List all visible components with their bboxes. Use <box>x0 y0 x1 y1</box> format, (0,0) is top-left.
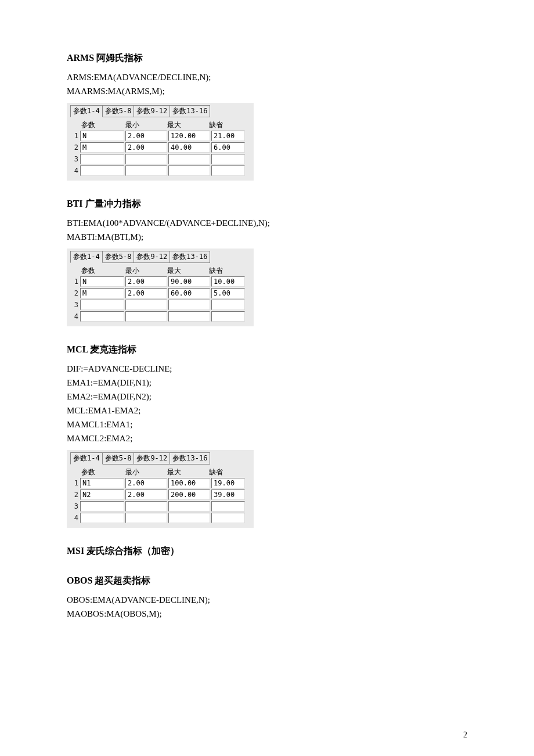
row-index: 2 <box>70 491 80 499</box>
col-header-def: 缺省 <box>209 467 241 477</box>
param-row: 1 N1 2.00 100.00 19.00 <box>70 478 250 488</box>
param-def-cell[interactable] <box>211 165 245 176</box>
tab-params-1-4[interactable]: 参数1-4 <box>70 452 103 465</box>
param-def-cell[interactable]: 19.00 <box>211 478 245 488</box>
section-obos: OBOS 超买超卖指标 OBOS:EMA(ADVANCE-DECLINE,N);… <box>67 575 467 621</box>
param-name-cell[interactable] <box>80 165 124 176</box>
param-min-cell[interactable]: 2.00 <box>125 131 167 141</box>
param-name-cell[interactable] <box>80 154 124 164</box>
tab-params-1-4[interactable]: 参数1-4 <box>70 105 103 117</box>
param-max-cell[interactable]: 120.00 <box>168 131 210 141</box>
param-min-cell[interactable]: 2.00 <box>125 276 167 287</box>
param-name-cell[interactable]: M <box>80 288 124 298</box>
param-def-cell[interactable]: 6.00 <box>211 142 245 153</box>
param-max-cell[interactable] <box>168 513 210 523</box>
param-min-cell[interactable] <box>125 311 167 322</box>
tab-row: 参数1-4 参数5-8 参数9-12 参数13-16 <box>70 452 250 464</box>
param-max-cell[interactable]: 40.00 <box>168 142 210 153</box>
col-header-min: 最小 <box>125 467 167 477</box>
param-min-cell[interactable] <box>125 300 167 310</box>
param-max-cell[interactable]: 100.00 <box>168 478 210 488</box>
param-max-cell[interactable]: 90.00 <box>168 276 210 287</box>
formula-line: OBOS:EMA(ADVANCE-DECLINE,N); <box>67 593 467 607</box>
param-name-cell[interactable] <box>80 311 124 322</box>
param-name-cell[interactable]: N2 <box>80 489 124 500</box>
section-msi: MSI 麦氏综合指标（加密） <box>67 545 467 557</box>
tab-params-5-8[interactable]: 参数5-8 <box>102 251 135 263</box>
param-def-cell[interactable]: 5.00 <box>211 288 245 298</box>
tab-params-13-16[interactable]: 参数13-16 <box>169 452 210 465</box>
tab-params-5-8[interactable]: 参数5-8 <box>102 452 135 465</box>
tab-params-13-16[interactable]: 参数13-16 <box>169 251 210 263</box>
param-min-cell[interactable]: 2.00 <box>125 489 167 500</box>
param-header: 参数 最小 最大 缺省 <box>70 265 250 276</box>
param-min-cell[interactable] <box>125 154 167 164</box>
param-def-cell[interactable]: 39.00 <box>211 489 245 500</box>
param-name-cell[interactable] <box>80 300 124 310</box>
row-index: 2 <box>70 289 80 297</box>
tab-params-5-8[interactable]: 参数5-8 <box>102 105 135 117</box>
param-min-cell[interactable] <box>125 165 167 176</box>
param-def-cell[interactable]: 21.00 <box>211 131 245 141</box>
param-def-cell[interactable] <box>211 300 245 310</box>
param-name-cell[interactable]: N <box>80 131 124 141</box>
formula-line: MAMCL2:EMA2; <box>67 431 467 445</box>
section-mcl: MCL 麦克连指标 DIF:=ADVANCE-DECLINE; EMA1:=EM… <box>67 344 467 528</box>
param-row: 1 N 2.00 120.00 21.00 <box>70 131 250 141</box>
formula-line: MAMCL1:EMA1; <box>67 417 467 431</box>
param-def-cell[interactable] <box>211 513 245 523</box>
param-max-cell[interactable] <box>168 165 210 176</box>
param-min-cell[interactable] <box>125 501 167 512</box>
param-box-bti: 参数1-4 参数5-8 参数9-12 参数13-16 参数 最小 最大 缺省 1… <box>67 249 254 326</box>
param-def-cell[interactable] <box>211 311 245 322</box>
col-header-min: 最小 <box>125 266 167 276</box>
param-name-cell[interactable] <box>80 501 124 512</box>
row-index: 3 <box>70 301 80 309</box>
section-arms: ARMS 阿姆氏指标 ARMS:EMA(ADVANCE/DECLINE,N); … <box>67 52 467 181</box>
tab-params-9-12[interactable]: 参数9-12 <box>134 452 170 465</box>
param-max-cell[interactable] <box>168 154 210 164</box>
formula-line: MABTI:MA(BTI,M); <box>67 230 467 244</box>
param-def-cell[interactable] <box>211 154 245 164</box>
param-row: 2 N2 2.00 200.00 39.00 <box>70 489 250 500</box>
formulas-bti: BTI:EMA(100*ADVANCE/(ADVANCE+DECLINE),N)… <box>67 216 467 244</box>
param-row: 4 <box>70 513 250 523</box>
param-name-cell[interactable]: N1 <box>80 478 124 488</box>
param-max-cell[interactable] <box>168 501 210 512</box>
tab-params-1-4[interactable]: 参数1-4 <box>70 251 103 263</box>
formulas-obos: OBOS:EMA(ADVANCE-DECLINE,N); MAOBOS:MA(O… <box>67 593 467 621</box>
tab-row: 参数1-4 参数5-8 参数9-12 参数13-16 <box>70 251 250 262</box>
param-max-cell[interactable] <box>168 300 210 310</box>
param-name-cell[interactable]: M <box>80 142 124 153</box>
param-box-mcl: 参数1-4 参数5-8 参数9-12 参数13-16 参数 最小 最大 缺省 1… <box>67 450 254 528</box>
formula-line: MAARMS:MA(ARMS,M); <box>67 84 467 98</box>
param-min-cell[interactable] <box>125 513 167 523</box>
param-row: 4 <box>70 311 250 322</box>
param-max-cell[interactable]: 60.00 <box>168 288 210 298</box>
param-name-cell[interactable]: N <box>80 276 124 287</box>
col-header-def: 缺省 <box>209 266 241 276</box>
tab-params-9-12[interactable]: 参数9-12 <box>134 105 170 117</box>
heading-msi: MSI 麦氏综合指标（加密） <box>67 545 467 557</box>
row-index: 4 <box>70 312 80 321</box>
col-header-param: 参数 <box>79 467 125 477</box>
param-name-cell[interactable] <box>80 513 124 523</box>
heading-arms: ARMS 阿姆氏指标 <box>67 52 467 64</box>
tab-params-13-16[interactable]: 参数13-16 <box>169 105 210 117</box>
col-header-min: 最小 <box>125 120 167 130</box>
formula-line: DIF:=ADVANCE-DECLINE; <box>67 362 467 376</box>
formula-line: ARMS:EMA(ADVANCE/DECLINE,N); <box>67 70 467 84</box>
formula-line: EMA1:=EMA(DIF,N1); <box>67 376 467 390</box>
tab-row: 参数1-4 参数5-8 参数9-12 参数13-16 <box>70 105 250 117</box>
param-min-cell[interactable]: 2.00 <box>125 288 167 298</box>
param-def-cell[interactable]: 10.00 <box>211 276 245 287</box>
tab-params-9-12[interactable]: 参数9-12 <box>134 251 170 263</box>
col-header-def: 缺省 <box>209 120 241 130</box>
param-def-cell[interactable] <box>211 501 245 512</box>
param-min-cell[interactable]: 2.00 <box>125 478 167 488</box>
param-max-cell[interactable] <box>168 311 210 322</box>
param-header: 参数 最小 最大 缺省 <box>70 119 250 131</box>
param-row: 3 <box>70 501 250 512</box>
param-min-cell[interactable]: 2.00 <box>125 142 167 153</box>
param-max-cell[interactable]: 200.00 <box>168 489 210 500</box>
